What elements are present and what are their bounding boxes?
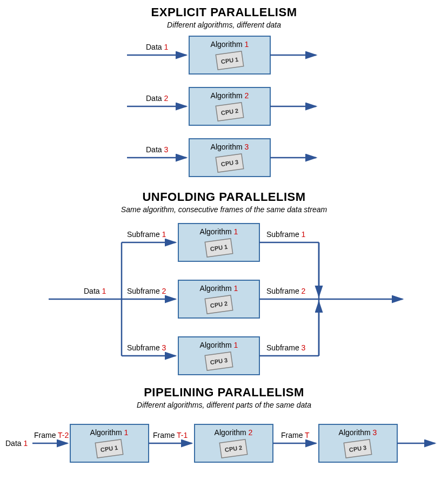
- svg-text:Algorithm 3: Algorithm 3: [338, 428, 377, 437]
- svg-text:Subframe 3: Subframe 3: [127, 343, 166, 352]
- svg-text:Subframe 2: Subframe 2: [266, 287, 306, 295]
- svg-text:Frame T-2: Frame T-2: [34, 431, 69, 439]
- explicit-row-2: Data 2 Algorithm 2 CPU 2: [127, 87, 316, 125]
- unfolding-section: UNFOLDING PARALLELISM Same algorithm, co…: [0, 190, 448, 380]
- pipelining-section: PIPELINING PARALLELISM Different algorit…: [0, 385, 448, 473]
- explicit-row-3: Data 3 Algorithm 3 CPU 3: [127, 139, 316, 177]
- svg-text:Subframe 1: Subframe 1: [127, 230, 166, 239]
- svg-text:Data 1: Data 1: [146, 43, 168, 51]
- unfolding-title: UNFOLDING PARALLELISM: [0, 190, 448, 204]
- svg-text:Subframe 2: Subframe 2: [127, 287, 166, 295]
- svg-text:Subframe 1: Subframe 1: [266, 230, 306, 239]
- pipelining-title: PIPELINING PARALLELISM: [0, 385, 448, 400]
- svg-text:Algorithm 1: Algorithm 1: [90, 428, 128, 437]
- svg-text:Data 3: Data 3: [146, 145, 168, 154]
- svg-text:Data 2: Data 2: [146, 94, 168, 103]
- unfolding-row-1: Algorithm 1 CPU 1: [178, 224, 259, 261]
- unfolding-row-2: Algorithm 1 CPU 2: [178, 280, 259, 318]
- explicit-subtitle: Different algorithms, different data: [0, 21, 448, 29]
- svg-text:Algorithm 1: Algorithm 1: [199, 284, 238, 293]
- unfolding-subtitle: Same algorithm, consecutive frames of th…: [0, 205, 448, 214]
- svg-text:Algorithm 1: Algorithm 1: [210, 40, 249, 49]
- svg-text:Algorithm 2: Algorithm 2: [214, 428, 252, 437]
- svg-text:Data 1: Data 1: [84, 287, 106, 295]
- unfolding-diagram: Data 1 Subframe 1 Subframe 2 Subframe 3 …: [14, 218, 435, 380]
- svg-text:Algorithm 1: Algorithm 1: [199, 227, 238, 236]
- unfolding-row-3: Algorithm 1 CPU 3: [178, 337, 259, 375]
- svg-text:Frame T: Frame T: [281, 431, 310, 439]
- explicit-section: EXPLICIT PARALLELISM Different algorithm…: [0, 5, 448, 185]
- svg-text:Subframe 3: Subframe 3: [266, 343, 306, 352]
- pipelining-subtitle: Different algorithms, different parts of…: [0, 401, 448, 409]
- svg-text:Algorithm 2: Algorithm 2: [210, 91, 249, 100]
- explicit-row-1: Data 1 Algorithm 1 CPU 1: [127, 36, 316, 74]
- svg-text:Frame T-1: Frame T-1: [153, 431, 188, 439]
- explicit-diagram: Data 1 Algorithm 1 CPU 1 Data 2 Algorith…: [62, 33, 386, 185]
- svg-text:Algorithm 1: Algorithm 1: [199, 341, 238, 349]
- svg-text:Data 1: Data 1: [5, 439, 28, 448]
- pipelining-diagram: Data 1 Frame T-2 Algorithm 1 CPU 1 Frame…: [3, 414, 446, 473]
- explicit-title: EXPLICIT PARALLELISM: [0, 5, 448, 19]
- svg-text:Algorithm 3: Algorithm 3: [210, 143, 249, 151]
